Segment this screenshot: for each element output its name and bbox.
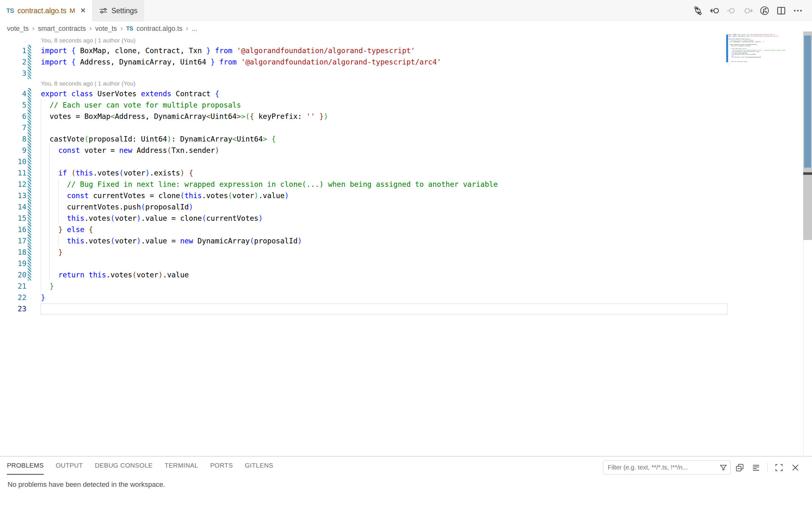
breadcrumb-overflow[interactable]: ... <box>192 25 197 33</box>
line-number[interactable]: 21 <box>0 281 26 292</box>
codelens[interactable]: You, 8 seconds ago | 1 author (You) <box>0 36 728 45</box>
panel-tab-output[interactable]: OUTPUT <box>56 457 83 475</box>
line-number[interactable]: 6 <box>0 111 26 122</box>
panel-tab-terminal[interactable]: TERMINAL <box>165 457 198 475</box>
code-text: import { Address, DynamicArray, Uint64 }… <box>41 56 441 67</box>
code-line[interactable]: 13 const currentVotes = clone(this.votes… <box>0 190 728 201</box>
panel-tab-problems[interactable]: PROBLEMS <box>7 457 44 475</box>
code-line[interactable]: 1import { BoxMap, clone, Contract, Txn }… <box>0 45 728 56</box>
code-text: import { BoxMap, clone, Contract, Txn } … <box>41 45 415 56</box>
code-line[interactable]: 9 const voter = new Address(Txn.sender) <box>0 145 728 156</box>
code-line[interactable]: 21 } <box>0 281 728 292</box>
code-line[interactable]: 3 <box>0 67 728 79</box>
line-number[interactable]: 7 <box>0 122 26 133</box>
line-number[interactable]: 5 <box>0 99 26 111</box>
line-number[interactable]: 15 <box>0 213 26 224</box>
panel-tab-debug-console[interactable]: DEBUG CONSOLE <box>95 457 153 475</box>
more-actions-icon[interactable] <box>792 5 803 16</box>
typescript-file-icon: TS <box>126 25 133 32</box>
line-number[interactable]: 18 <box>0 246 26 258</box>
code-line[interactable]: 20 return this.votes(voter).value <box>0 269 728 281</box>
code-line[interactable]: 5 // Each user can vote for multiple pro… <box>0 99 728 111</box>
code-line[interactable]: 18 } <box>0 246 728 258</box>
panel-tab-gitlens[interactable]: GITLENS <box>245 457 273 475</box>
next-change-icon[interactable] <box>743 5 753 16</box>
scrollbar-thumb[interactable] <box>804 36 811 167</box>
codelens[interactable]: You, 8 seconds ago | 1 author (You) <box>0 79 728 88</box>
previous-change-icon[interactable] <box>726 5 736 16</box>
line-number[interactable]: 22 <box>0 292 26 303</box>
open-changes-previous-revision-icon[interactable] <box>709 5 720 16</box>
line-number[interactable]: 17 <box>0 235 26 246</box>
code-text: } <box>41 246 63 258</box>
commit-graph-icon[interactable] <box>759 5 770 16</box>
maximize-panel-icon[interactable] <box>774 463 784 473</box>
code-text: currentVotes.push(proposalId) <box>41 201 193 213</box>
code-line[interactable]: 4export class UserVotes extends Contract… <box>0 88 728 99</box>
gutter-modified-indicator <box>28 235 31 246</box>
line-number[interactable]: 23 <box>0 303 26 315</box>
code-text: if (this.votes(voter).exists) { <box>41 167 193 179</box>
view-as-list-icon[interactable] <box>751 463 761 473</box>
gutter-modified-indicator <box>28 303 31 315</box>
line-number[interactable]: 13 <box>0 190 26 201</box>
line-number[interactable]: 1 <box>0 45 26 56</box>
line-number[interactable]: 8 <box>0 133 26 145</box>
code-line[interactable]: 16 } else { <box>0 224 728 235</box>
code-line[interactable]: 19 <box>0 258 728 269</box>
code-line[interactable]: 7 <box>0 122 728 133</box>
breadcrumb-file[interactable]: contract.algo.ts <box>137 25 183 33</box>
problems-filter-input[interactable] <box>603 464 719 471</box>
code-line[interactable]: 23 <box>0 303 728 315</box>
line-number[interactable]: 16 <box>0 224 26 235</box>
code-text: this.votes(voter).value = new DynamicArr… <box>41 235 302 246</box>
line-number[interactable]: 14 <box>0 201 26 213</box>
code-line[interactable]: 12 // Bug Fixed in next line: wrapped ex… <box>0 179 728 190</box>
line-number[interactable]: 11 <box>0 167 26 179</box>
overview-ruler-cursor-marker <box>803 172 812 175</box>
minimap[interactable]: import { BoxMap, clone, Contract, Txn } … <box>726 33 803 152</box>
code-line[interactable]: 15 this.votes(voter).value = clone(curre… <box>0 213 728 224</box>
panel-tab-ports[interactable]: PORTS <box>210 457 233 475</box>
tab-contract-algo-ts[interactable]: TS contract.algo.ts M ✕ <box>0 0 92 21</box>
code-line[interactable]: 2import { Address, DynamicArray, Uint64 … <box>0 56 728 67</box>
breadcrumb-item[interactable]: smart_contracts <box>38 25 86 33</box>
gutter-modified-indicator <box>28 167 31 179</box>
line-number[interactable]: 19 <box>0 258 26 269</box>
code-line[interactable]: 11 if (this.votes(voter).exists) { <box>0 167 728 179</box>
editor-tab-bar: TS contract.algo.ts M ✕ Settings <box>0 0 812 21</box>
close-icon[interactable]: ✕ <box>80 6 86 15</box>
split-editor-icon[interactable] <box>776 5 787 16</box>
code-lines: You, 8 seconds ago | 1 author (You)1impo… <box>0 36 728 315</box>
collapse-all-icon[interactable] <box>735 463 745 473</box>
line-number[interactable]: 20 <box>0 269 26 281</box>
line-number[interactable]: 9 <box>0 145 26 156</box>
typescript-file-icon: TS <box>6 7 14 15</box>
code-line[interactable]: 17 this.votes(voter).value = new Dynamic… <box>0 235 728 246</box>
code-line[interactable]: 22} <box>0 292 728 303</box>
toolbar-divider <box>767 463 768 472</box>
code-editor[interactable]: You, 8 seconds ago | 1 author (You)1impo… <box>0 36 728 315</box>
bottom-panel: PROBLEMS OUTPUT DEBUG CONSOLE TERMINAL P… <box>0 456 812 522</box>
tab-label: Settings <box>111 6 137 15</box>
breadcrumb-item[interactable]: vote_ts <box>95 25 117 33</box>
code-line[interactable]: 6 votes = BoxMap<Address, DynamicArray<U… <box>0 111 728 122</box>
editor-toolbar <box>693 0 803 21</box>
code-line[interactable]: 14 currentVotes.push(proposalId) <box>0 201 728 213</box>
line-number[interactable]: 3 <box>0 67 26 79</box>
line-number[interactable]: 12 <box>0 179 26 190</box>
chevron-right-icon: › <box>120 24 123 33</box>
panel-toolbar <box>735 460 800 475</box>
line-number[interactable]: 4 <box>0 88 26 99</box>
code-text: const currentVotes = clone(this.votes(vo… <box>41 190 289 201</box>
line-number[interactable]: 2 <box>0 56 26 67</box>
gutter-modified-indicator <box>28 56 31 67</box>
code-line[interactable]: 8 castVote(proposalId: Uint64): DynamicA… <box>0 133 728 145</box>
tab-settings[interactable]: Settings <box>92 0 144 21</box>
breadcrumb-item[interactable]: vote_ts <box>7 25 28 33</box>
gutter-modified-indicator <box>28 179 31 190</box>
close-panel-icon[interactable] <box>790 463 800 473</box>
line-number[interactable]: 10 <box>0 156 26 167</box>
code-line[interactable]: 10 <box>0 156 728 167</box>
open-changes-icon[interactable] <box>693 5 703 16</box>
